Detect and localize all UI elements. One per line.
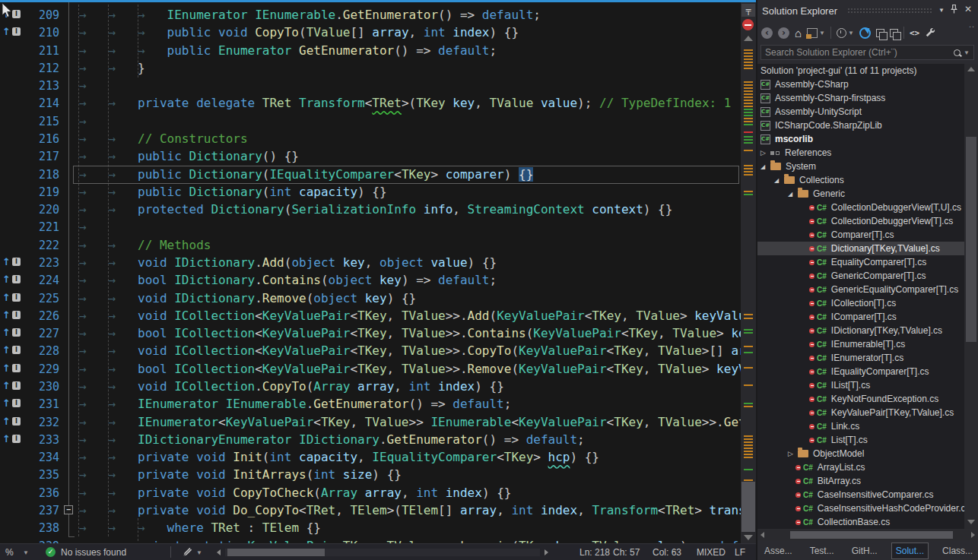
tree-item-references[interactable]: ▷References: [757, 146, 964, 160]
tree-item-list-t-cs[interactable]: C#List[T].cs: [757, 433, 964, 447]
show-all-files-button[interactable]: [890, 29, 898, 37]
tree-item-icollection-t-cs[interactable]: C#ICollection[T].cs: [757, 296, 964, 310]
code-line-234[interactable]: 234→ → private void Init(int capacity, I…: [0, 448, 756, 467]
line-number[interactable]: 213: [0, 79, 59, 93]
code-line-220[interactable]: 220→ → protected Dictionary(Serializatio…: [0, 201, 756, 219]
code-line-236[interactable]: 236→ → private void CopyToCheck(Array ar…: [0, 484, 756, 502]
tree-scroll-up-button[interactable]: [967, 67, 975, 71]
tree-item-idictionary-tkey-tvalue-cs[interactable]: C#IDictionary[TKey,TValue].cs: [757, 324, 964, 337]
tree-item-comparer-t-cs[interactable]: C#Comparer[T].cs: [757, 228, 964, 242]
line-number[interactable]: 224: [0, 274, 59, 287]
code-line-215[interactable]: 215→: [0, 112, 756, 131]
line-number[interactable]: 214: [0, 96, 59, 110]
expander-closed-icon[interactable]: ▷: [760, 149, 770, 157]
code-line-228[interactable]: ↑I228→ → void ICollection<KeyValuePair<T…: [0, 342, 756, 360]
panel-tab-test[interactable]: Test...: [806, 543, 838, 558]
code-line-210[interactable]: ↑I210→ → → public void CopyTo(TValue[] a…: [0, 24, 756, 42]
eol-indicator[interactable]: LF: [735, 547, 745, 558]
tree-item-system[interactable]: ◢System: [757, 160, 964, 173]
search-caret-icon[interactable]: ▼: [964, 49, 970, 56]
code-line-211[interactable]: 211→ → → public Enumerator GetEnumerator…: [0, 42, 756, 60]
code-line-239[interactable]: 239→ → private static KeyValuePair<TKey,…: [0, 537, 756, 543]
tree-item-generic[interactable]: ◢Generic: [757, 187, 964, 201]
code-line-233[interactable]: ↑I233→ → IDictionaryEnumerator IDictiona…: [0, 431, 756, 449]
pen-icon[interactable]: [183, 547, 192, 557]
code-line-223[interactable]: ↑I223→ → void IDictionary.Add(object key…: [0, 254, 756, 272]
tree-item-mscorlib[interactable]: C#mscorlib: [757, 132, 964, 146]
tree-item-icsharpcode-sharpziplib[interactable]: C#ICSharpCode.SharpZipLib: [757, 119, 964, 132]
editor-vertical-scrollbar[interactable]: ╤: [741, 2, 756, 543]
expander-open-icon[interactable]: ◢: [760, 163, 770, 170]
code-line-238[interactable]: 238→ → → where TRet : TElem {}: [0, 519, 756, 537]
tree-item-ienumerable-t-cs[interactable]: C#IEnumerable[T].cs: [757, 337, 964, 351]
expander-open-icon[interactable]: ◢: [788, 191, 798, 198]
tree-item-collectiondebuggerview-t-cs[interactable]: C#CollectionDebuggerView[T].cs: [757, 214, 964, 228]
window-position-caret-icon[interactable]: ▼: [938, 7, 945, 14]
tree-item-assembly-csharp[interactable]: C#Assembly-CSharp: [757, 78, 964, 91]
tree-item-iequalitycomparer-t-cs[interactable]: C#IEqualityComparer[T].cs: [757, 365, 964, 378]
code-line-219[interactable]: 219→ → public Dictionary(int capacity) {…: [0, 183, 756, 201]
issues-status[interactable]: No issues found: [61, 547, 126, 558]
line-number[interactable]: 221: [0, 220, 59, 234]
line-number[interactable]: 222: [0, 239, 59, 252]
line-number[interactable]: 217: [0, 150, 59, 163]
line-number[interactable]: 211: [0, 44, 59, 58]
tree-item-link-cs[interactable]: C#Link.cs: [757, 419, 964, 433]
scroll-down-button[interactable]: [744, 535, 753, 540]
line-number[interactable]: 232: [0, 416, 59, 429]
tree-item-caseinsensitivehashcodeprovider-cs[interactable]: C#CaseInsensitiveHashCodeProvider.cs: [757, 501, 964, 515]
tree-item-arraylist-cs[interactable]: C#ArrayList.cs: [757, 460, 964, 474]
line-number[interactable]: 238: [0, 521, 59, 535]
panel-tab-asse[interactable]: Asse...: [760, 543, 796, 558]
line-number[interactable]: 228: [0, 344, 59, 358]
tree-horizontal-scrollbar[interactable]: [757, 530, 978, 540]
tree-item-bitarray-cs[interactable]: C#BitArray.cs: [757, 474, 964, 488]
code-line-231[interactable]: ↑I231→ → IEnumerator IEnumerable.GetEnum…: [0, 395, 756, 413]
view-code-button[interactable]: <>: [910, 28, 919, 38]
tree-item-genericcomparer-t-cs[interactable]: C#GenericComparer[T].cs: [757, 269, 964, 283]
line-number[interactable]: 230: [0, 380, 59, 394]
refresh-button[interactable]: [859, 27, 871, 39]
tree-item-dictionary-tkey-tvalue-cs[interactable]: C#Dictionary[TKey,TValue].cs: [757, 242, 964, 255]
panel-tab-class[interactable]: Class...: [938, 543, 976, 558]
tree-item-equalitycomparer-t-cs[interactable]: C#EqualityComparer[T].cs: [757, 255, 964, 269]
tree-item-objectmodel[interactable]: ▷ObjectModel: [757, 447, 964, 460]
line-number[interactable]: 216: [0, 132, 59, 146]
line-number[interactable]: 233: [0, 433, 59, 447]
code-line-230[interactable]: ↑I230→ → void ICollection.CopyTo(Array a…: [0, 378, 756, 396]
tree-item-collections[interactable]: ◢Collections: [757, 173, 964, 187]
tree-scroll-down-button[interactable]: [967, 520, 975, 524]
tree-item-collectionbase-cs[interactable]: C#CollectionBase.cs: [757, 515, 964, 529]
zoom-caret-icon[interactable]: ▼: [23, 549, 29, 556]
tree-item-assembly-csharp-firstpass[interactable]: C#Assembly-CSharp-firstpass: [757, 91, 964, 105]
hscroll-left-button[interactable]: [217, 549, 221, 555]
panel-tab-gith[interactable]: GitH...: [848, 543, 881, 558]
code-line-213[interactable]: 213→: [0, 77, 756, 95]
home-button[interactable]: ⌂: [795, 27, 802, 40]
code-line-237[interactable]: 237→ → private void Do_CopyTo<TRet, TEle…: [0, 501, 756, 520]
split-editor-handle[interactable]: ╤: [741, 4, 755, 17]
properties-button[interactable]: [925, 27, 935, 38]
code-line-227[interactable]: ↑I227→ → bool ICollection<KeyValuePair<T…: [0, 324, 756, 343]
tree-item-ilist-t-cs[interactable]: C#IList[T].cs: [757, 378, 964, 392]
code-line-218[interactable]: 218→ → public Dictionary(IEqualityCompar…: [0, 166, 756, 184]
line-number[interactable]: 229: [0, 362, 59, 376]
tree-item-icomparer-t-cs[interactable]: C#IComparer[T].cs: [757, 310, 964, 324]
encoding-indicator[interactable]: MIXED: [697, 547, 726, 558]
search-icon[interactable]: [954, 49, 961, 56]
line-number[interactable]: 215: [0, 115, 59, 128]
tree-item-ienumerator-t-cs[interactable]: C#IEnumerator[T].cs: [757, 351, 964, 365]
code-line-229[interactable]: ↑I229→ → bool ICollection<KeyValuePair<T…: [0, 360, 756, 378]
forward-button[interactable]: ›: [778, 27, 789, 39]
tree-item-genericequalitycomparer-t-cs[interactable]: C#GenericEqualityComparer[T].cs: [757, 283, 964, 296]
code-line-225[interactable]: ↑I225→ → void IDictionary.Remove(object …: [0, 289, 756, 308]
editor-horizontal-scrollbar[interactable]: [225, 549, 540, 556]
pin-icon[interactable]: [950, 4, 958, 14]
line-number[interactable]: 234: [0, 451, 59, 464]
line-number[interactable]: 225: [0, 292, 59, 305]
tree-scroll-thumb[interactable]: [966, 137, 976, 342]
code-line-216[interactable]: 216→ → // Constructors: [0, 130, 756, 148]
expander-closed-icon[interactable]: ▷: [788, 450, 798, 457]
line-number[interactable]: 237: [0, 504, 59, 517]
back-button[interactable]: ‹: [761, 27, 773, 39]
